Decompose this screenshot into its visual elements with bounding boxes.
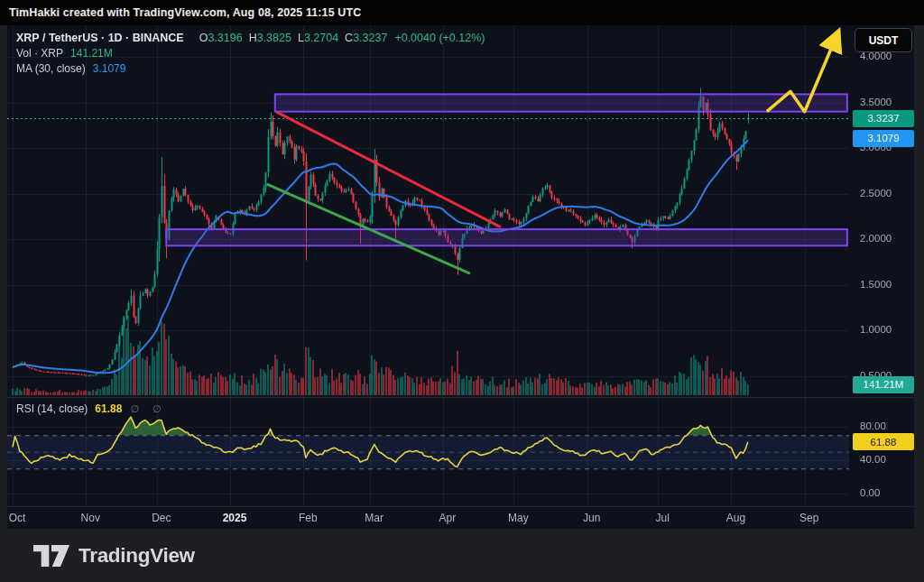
time-axis-label: Dec <box>152 512 171 524</box>
price-tick-label: 1.5000 <box>860 279 892 290</box>
ma-legend-row[interactable]: MA (30, close)3.1079 <box>16 61 485 76</box>
volume-badge: 141.21M <box>853 376 914 393</box>
rsi-tick-label: 80.00 <box>860 420 886 431</box>
rsi-tick-label: 0.00 <box>860 487 880 498</box>
volume-legend-row[interactable]: Vol · XRP141.21M <box>16 46 485 60</box>
time-axis[interactable]: OctNovDec2025FebMarAprMayJunJulAugSep <box>7 507 914 529</box>
tradingview-snapshot: XRP / TetherUS · 1D · BINANCEO3.3196H3.3… <box>0 0 924 582</box>
high-label: H <box>249 32 257 44</box>
time-axis-label: Feb <box>299 512 318 524</box>
symbol-legend-row[interactable]: XRP / TetherUS · 1D · BINANCEO3.3196H3.3… <box>16 31 485 45</box>
attribution-text: TimHakki created with TradingView.com, A… <box>9 6 361 19</box>
attribution-bar: TimHakki created with TradingView.com, A… <box>0 0 924 25</box>
open-value: 3.3196 <box>208 32 242 44</box>
open-label: O <box>199 32 208 44</box>
rsi-legend-row[interactable]: RSI (14, close)61.88∅ ∅ <box>16 402 167 415</box>
price-chart-canvas[interactable] <box>0 0 924 582</box>
price-tick-label: 3.5000 <box>860 97 892 107</box>
tradingview-logo[interactable]: TradingView <box>33 544 195 568</box>
support-zone[interactable] <box>166 229 847 245</box>
resistance-zone[interactable] <box>275 94 847 111</box>
time-axis-label: Jun <box>583 512 600 524</box>
time-axis-label: Oct <box>9 512 26 524</box>
time-axis-label: Nov <box>81 512 100 524</box>
legend: XRP / TetherUS · 1D · BINANCEO3.3196H3.3… <box>16 31 485 77</box>
time-axis-label: 2025 <box>223 512 247 524</box>
time-axis-label: Sep <box>799 512 818 524</box>
time-axis-label: May <box>508 512 529 524</box>
tradingview-logo-icon <box>33 545 69 567</box>
volume-value: 141.21M <box>70 47 113 60</box>
time-axis-label: Mar <box>365 512 383 524</box>
price-tick-label: 2.0000 <box>860 233 892 244</box>
rsi-value: 61.88 <box>95 402 122 415</box>
price-axis[interactable]: 3.3237 3.1079 141.21M 61.88 4.00003.5000… <box>849 25 917 506</box>
footer-bar: TradingView <box>0 529 924 582</box>
currency-toggle-button[interactable]: USDT <box>855 28 912 52</box>
volume-label: Vol · XRP <box>16 47 63 60</box>
ma-price-badge: 3.1079 <box>853 130 914 147</box>
last-price-badge: 3.3237 <box>853 110 914 127</box>
price-tick-label: 1.0000 <box>860 324 892 335</box>
high-value: 3.3825 <box>257 32 291 44</box>
close-label: C <box>345 32 353 44</box>
time-axis-label: Apr <box>439 512 456 524</box>
ma-label: MA (30, close) <box>16 62 86 75</box>
low-value: 3.2704 <box>304 32 338 44</box>
rsi-hidden-values-icon: ∅ ∅ <box>130 403 166 414</box>
change-readout: +0.0040 (+0.12%) <box>394 32 485 44</box>
low-label: L <box>298 32 304 44</box>
tradingview-logo-text: TradingView <box>79 544 195 568</box>
time-axis-label: Jul <box>656 512 670 524</box>
ma-value: 3.1079 <box>93 62 126 75</box>
time-axis-label: Aug <box>726 512 745 524</box>
rsi-label: RSI (14, close) <box>16 402 88 415</box>
close-value: 3.3237 <box>353 32 387 44</box>
symbol-title: XRP / TetherUS · 1D · BINANCE <box>16 32 184 44</box>
price-tick-label: 2.5000 <box>860 188 892 199</box>
rsi-badge: 61.88 <box>853 433 914 450</box>
rsi-tick-label: 40.00 <box>860 454 886 465</box>
chart-panel: XRP / TetherUS · 1D · BINANCEO3.3196H3.3… <box>0 0 924 582</box>
